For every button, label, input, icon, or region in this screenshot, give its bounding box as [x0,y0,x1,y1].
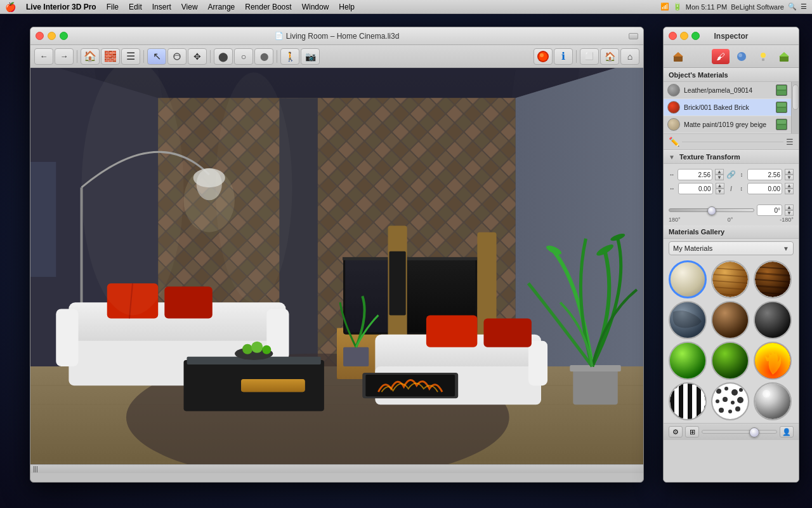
inspector-content: Object's Materials Leather/pamela_09014 … [664,68,799,482]
gallery-size-slider[interactable] [702,430,777,434]
gallery-view-btn[interactable]: ⊞ [685,426,699,438]
gallery-item-11[interactable] [711,382,749,420]
close-button[interactable] [36,32,44,40]
spotlight-icon[interactable]: 🔍 [788,3,797,11]
gallery-item-9[interactable] [754,342,792,380]
tx-y-stepper[interactable]: ▲ ▼ [785,183,794,194]
tx-x-up[interactable]: ▲ [716,183,724,189]
render-menu[interactable]: Render Boost [240,0,296,14]
inspector-minimize-button[interactable] [680,32,688,40]
svg-point-128 [716,389,721,394]
gallery-item-7[interactable] [669,342,707,380]
edit-menu[interactable]: Edit [124,0,147,14]
tx-width-stepper[interactable]: ▲ ▼ [715,169,724,180]
circle-btn[interactable]: ○ [234,48,253,65]
insert-menu[interactable]: Insert [147,0,176,14]
gallery-settings-btn[interactable]: ⚙ [669,426,683,438]
tx-height-input[interactable] [747,169,782,180]
tx-height-up[interactable]: ▲ [785,169,794,175]
inspector-tab-paint[interactable]: 🖌 [712,49,730,64]
tx-height-stepper[interactable]: ▲ ▼ [785,169,794,180]
materials-scrollbar[interactable] [791,82,799,133]
walk-btn[interactable]: 🚶 [280,48,299,65]
tx-y-input[interactable] [747,183,782,194]
app-menu-item[interactable]: Live Interior 3D Pro [21,0,102,14]
gallery-item-1[interactable] [669,260,707,298]
minimize-button[interactable] [48,32,56,40]
inspector-titlebar: Inspector [664,27,799,45]
arrange-menu[interactable]: Arrange [203,0,240,14]
material-item-leather[interactable]: Leather/pamela_09014 [664,82,791,99]
help-menu[interactable]: Help [334,0,360,14]
materials-scroll-thumb[interactable] [792,84,799,110]
view-menu[interactable]: View [176,0,203,14]
gallery-size-thumb[interactable] [749,427,759,438]
back-button[interactable]: ← [34,48,53,65]
floor-plan-button[interactable]: 🏠 [81,48,100,65]
info-btn[interactable]: ℹ [554,48,573,65]
pan-tool-button[interactable]: ✥ [188,48,207,65]
texture-transform-section: ↔ ▲ ▼ 🔗 ↕ ▲ ▼ ↔ [664,164,799,202]
window-menu[interactable]: Window [297,0,334,14]
inspector-maximize-button[interactable] [691,32,700,40]
wand-row: ✏️ ☰ [664,133,799,150]
view-2d-btn[interactable]: ⬜ [580,48,599,65]
gallery-item-4[interactable] [669,301,707,339]
inspector-tab-scene[interactable] [775,49,793,64]
gallery-item-2[interactable] [711,260,749,298]
gallery-item-10[interactable] [669,382,707,420]
apple-menu[interactable]: 🍎 [5,2,16,12]
inspector-tab-material[interactable] [733,49,750,64]
select-tool-button[interactable]: ↖ [147,48,166,65]
gallery-item-3[interactable] [754,260,792,298]
tx-y-down[interactable]: ▼ [785,189,794,194]
rotation-down[interactable]: ▼ [785,210,794,216]
gallery-item-8[interactable] [711,342,749,380]
slider-container: ▲ ▼ [669,204,794,216]
gallery-dropdown[interactable]: My Materials ▼ [669,241,794,255]
tx-height-down[interactable]: ▼ [785,175,794,180]
tx-width-up[interactable]: ▲ [715,169,724,175]
view-house-btn[interactable]: 🏠 [600,48,619,65]
tx-x-input[interactable] [678,183,713,194]
gallery-item-12[interactable] [754,382,792,420]
photo-btn[interactable]: 📷 [301,48,320,65]
tx-width-down[interactable]: ▼ [715,175,724,180]
material-item-brick[interactable]: Brick/001 Baked Brick [664,99,791,116]
inspector-tab-sphere[interactable] [690,49,708,64]
orbit-tool-button[interactable] [167,48,187,65]
render-btn[interactable] [534,48,553,65]
rotation-angle-input[interactable] [757,204,782,216]
maximize-button[interactable] [60,32,68,40]
gallery-person-btn[interactable]: 👤 [780,426,794,438]
rotation-stepper[interactable]: ▲ ▼ [785,204,794,216]
viewport[interactable]: ||| [30,68,643,473]
tx-y-up[interactable]: ▲ [785,183,794,189]
svg-rect-74 [570,365,621,371]
rotation-up[interactable]: ▲ [785,204,794,210]
tx-x-stepper[interactable]: ▲ ▼ [716,183,724,194]
forward-button[interactable]: → [55,48,74,65]
notification-icon[interactable]: ☰ [801,3,807,11]
wall-button[interactable]: 🧱 [101,48,120,65]
svg-point-81 [82,68,184,315]
svg-point-118 [712,343,748,378]
file-menu[interactable]: File [102,0,124,14]
menubar: 🍎 Live Interior 3D Pro File Edit Insert … [0,0,812,14]
gallery-item-6[interactable] [754,301,792,339]
sphere-btn[interactable]: ⬤ [214,48,233,65]
svg-point-135 [737,397,743,403]
material-item-matte[interactable]: Matte paint/1019 grey beige [664,116,791,133]
view-3d-btn[interactable]: ⌂ [620,48,639,65]
tx-x-down[interactable]: ▼ [716,189,724,194]
inspector-tab-home[interactable] [669,49,687,64]
window-resize-btn[interactable] [629,33,638,39]
list-button[interactable]: ☰ [121,48,140,65]
tx-width-input[interactable] [678,169,712,180]
gallery-item-5[interactable] [711,301,749,339]
rotation-slider-track[interactable] [669,208,754,212]
inspector-tab-light[interactable] [754,49,772,64]
rotation-slider-thumb[interactable] [707,206,716,215]
dot-btn[interactable]: ⬤ [254,48,273,65]
inspector-close-button[interactable] [669,32,677,40]
